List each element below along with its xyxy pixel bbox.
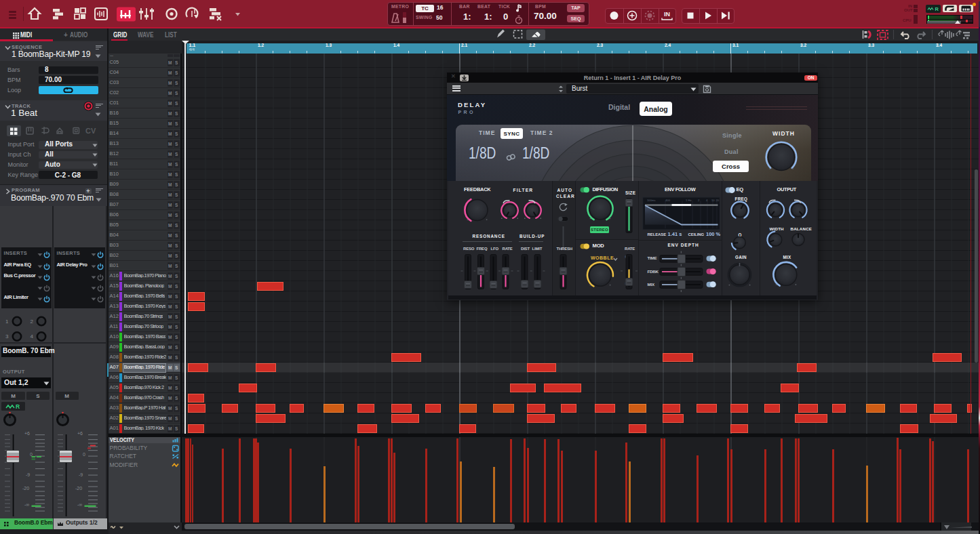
svg-text:100ms: 100ms	[647, 199, 656, 202]
svg-text:10: 10	[711, 199, 715, 202]
svg-text:400: 400	[665, 199, 671, 202]
svg-text:1 Hz: 1 Hz	[686, 199, 692, 202]
svg-text:20: 20	[716, 199, 720, 202]
